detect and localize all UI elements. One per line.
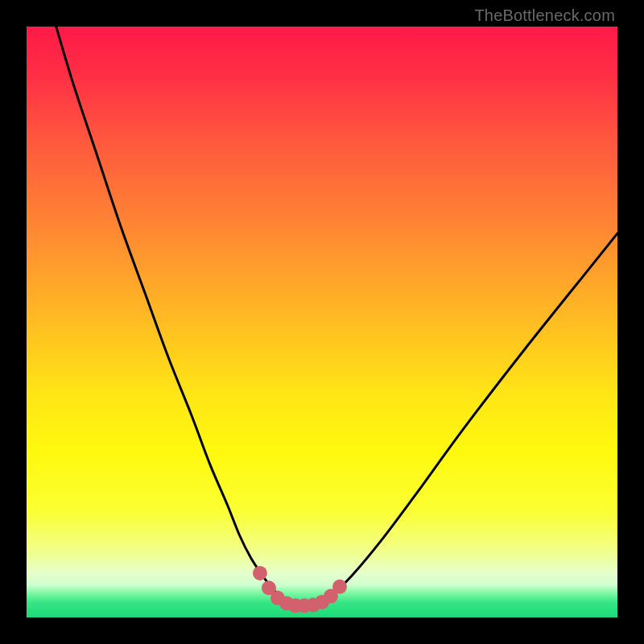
curve-bottom-markers: [253, 566, 347, 613]
watermark-text: TheBottleneck.com: [474, 6, 615, 25]
curve-layer: [27, 27, 617, 617]
curve-marker: [253, 566, 267, 580]
outer-frame: TheBottleneck.com: [0, 0, 644, 644]
curve-marker: [332, 580, 347, 594]
bottleneck-curve: [56, 27, 617, 606]
plot-area: [27, 27, 617, 617]
